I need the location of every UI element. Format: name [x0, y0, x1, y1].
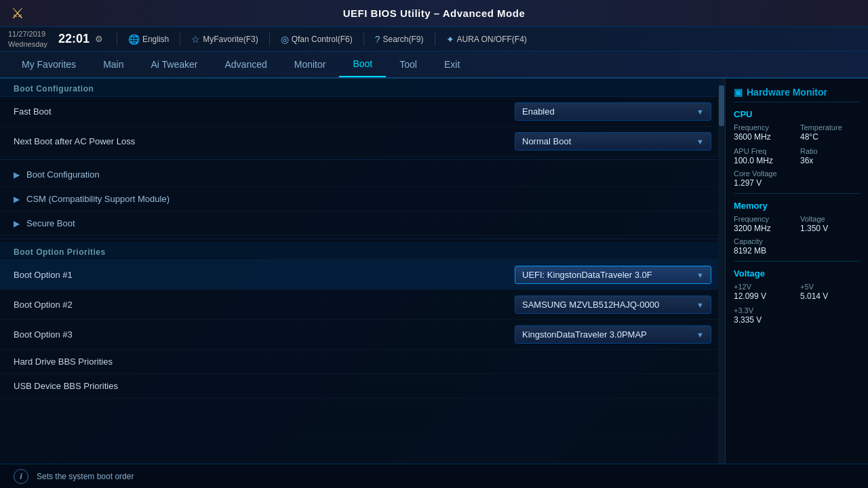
boot-option-2-arrow-icon: ▼ — [696, 301, 704, 309]
toolbar: 11/27/2019 Wednesday 22:01 ⚙ 🌐 English ☆… — [0, 27, 868, 52]
sidebar-item-monitor[interactable]: Monitor — [281, 52, 340, 77]
mem-voltage-value: 1.350 V — [800, 224, 860, 233]
sidebar-item-boot[interactable]: Boot — [339, 52, 386, 77]
toolbar-divider-1 — [117, 33, 117, 46]
mem-freq-item: Frequency 3200 MHz — [734, 215, 793, 233]
cpu-core-voltage-item: Core Voltage 1.297 V — [734, 169, 860, 188]
favorite-icon: ☆ — [191, 34, 200, 45]
search-label: Search(F9) — [382, 35, 423, 44]
v33-item: +3.3V 3.335 V — [734, 306, 793, 325]
expand-arrow-boot-config: ▶ — [14, 170, 20, 180]
cpu-grid: Frequency 3600 MHz Temperature 48°C APU … — [734, 123, 860, 167]
cpu-temp-label: Temperature — [800, 123, 860, 131]
nav-menu: My Favorites Main Ai Tweaker Advanced Mo… — [0, 52, 868, 79]
boot-option-1-dropdown[interactable]: UEFI: KingstonDataTraveler 3.0F ▼ — [515, 266, 711, 284]
v5-item: +5V 5.014 V — [800, 283, 860, 301]
boot-option-2-dropdown[interactable]: SAMSUNG MZVLB512HAJQ-0000 ▼ — [515, 296, 711, 314]
sidebar-item-ai-tweaker[interactable]: Ai Tweaker — [137, 52, 211, 77]
settings-gear-icon[interactable]: ⚙ — [95, 34, 103, 44]
boot-option-3-label: Boot Option #3 — [14, 329, 515, 340]
boot-option-3-dropdown[interactable]: KingstonDataTraveler 3.0PMAP ▼ — [515, 325, 711, 344]
cpu-temp-value: 48°C — [800, 132, 860, 142]
core-voltage-label: Core Voltage — [734, 169, 860, 178]
language-selector[interactable]: 🌐 English — [123, 33, 174, 46]
mem-freq-value: 3200 MHz — [734, 224, 793, 233]
logo-icon: ⚔ — [11, 5, 24, 22]
boot-priorities-header: Boot Option Priorities — [0, 242, 725, 260]
v12-value: 12.099 V — [734, 291, 793, 301]
v12-item: +12V 12.099 V — [734, 283, 793, 301]
sidebar-item-main[interactable]: Main — [90, 52, 137, 77]
memory-grid: Frequency 3200 MHz Voltage 1.350 V — [734, 215, 860, 235]
boot-option-2-value: SAMSUNG MZVLB512HAJQ-0000 — [522, 300, 659, 310]
hw-divider-2 — [734, 261, 860, 262]
scrollbar-track[interactable] — [718, 79, 725, 464]
boot-option-1-label: Boot Option #1 — [14, 270, 515, 280]
boot-option-3-arrow-icon: ▼ — [696, 331, 704, 339]
fast-boot-dropdown[interactable]: Enabled ▼ — [515, 102, 711, 121]
toolbar-divider-3 — [269, 33, 270, 46]
fast-boot-value: Enabled — [522, 106, 555, 117]
v33-value: 3.335 V — [734, 315, 793, 325]
sidebar-item-exit[interactable]: Exit — [431, 52, 473, 77]
qfan-control-button[interactable]: ◎ Qfan Control(F6) — [275, 33, 358, 46]
time-display: 22:01 — [58, 32, 90, 46]
info-bar: i Sets the system boot order — [0, 464, 868, 488]
apu-freq-value: 100.0 MHz — [734, 156, 793, 165]
monitor-icon: ▣ — [734, 87, 743, 98]
boot-option-3-value: KingstonDataTraveler 3.0PMAP — [522, 329, 647, 340]
qfan-label: Qfan Control(F6) — [292, 35, 353, 44]
expand-csm[interactable]: ▶ CSM (Compatibility Support Module) — [0, 187, 725, 211]
scrollbar-thumb[interactable] — [719, 85, 724, 126]
sidebar-item-advanced[interactable]: Advanced — [211, 52, 280, 77]
apu-freq-item: APU Freq 100.0 MHz — [734, 147, 793, 165]
voltage-section-title: Voltage — [734, 268, 860, 279]
sidebar-item-tool[interactable]: Tool — [386, 52, 431, 77]
my-favorite-button[interactable]: ☆ MyFavorite(F3) — [186, 33, 263, 46]
mem-capacity-value: 8192 MB — [734, 246, 860, 256]
boot-option-1-arrow-icon: ▼ — [696, 271, 704, 279]
boot-option-2-label: Boot Option #2 — [14, 300, 515, 310]
expand-label-secure-boot: Secure Boot — [26, 218, 75, 228]
fast-boot-row: Fast Boot Enabled ▼ — [0, 97, 725, 127]
v12-label: +12V — [734, 283, 793, 291]
content-panel: Boot Configuration Fast Boot Enabled ▼ N… — [0, 79, 726, 464]
mem-voltage-label: Voltage — [800, 215, 860, 223]
boot-config-section-header: Boot Configuration — [0, 79, 725, 97]
fan-icon: ◎ — [281, 34, 289, 45]
globe-icon: 🌐 — [128, 34, 140, 45]
aura-button[interactable]: ✦ AURA ON/OFF(F4) — [441, 33, 532, 46]
info-text: Sets the system boot order — [37, 472, 134, 481]
usb-bbs-row[interactable]: USB Device BBS Priorities — [0, 374, 725, 399]
date-display: 11/27/2019 Wednesday — [8, 29, 47, 49]
aura-star-icon: ✦ — [446, 34, 454, 45]
hdd-bbs-row[interactable]: Hard Drive BBS Priorities — [0, 350, 725, 374]
boot-option-3-row: Boot Option #3 KingstonDataTraveler 3.0P… — [0, 320, 725, 350]
cpu-ratio-item: Ratio 36x — [800, 147, 860, 165]
toolbar-divider-5 — [435, 33, 435, 46]
expand-arrow-csm: ▶ — [14, 195, 20, 204]
v5-label: +5V — [800, 283, 860, 291]
v33-label: +3.3V — [734, 306, 793, 314]
my-favorite-label: MyFavorite(F3) — [203, 35, 258, 44]
voltage-grid: +12V 12.099 V +5V 5.014 V +3.3V 3.335 V — [734, 283, 860, 326]
expand-secure-boot[interactable]: ▶ Secure Boot — [0, 211, 725, 236]
toolbar-divider-2 — [180, 33, 180, 46]
cpu-section-title: CPU — [734, 109, 860, 119]
hardware-monitor-panel: ▣ Hardware Monitor CPU Frequency 3600 MH… — [726, 79, 868, 464]
mem-capacity-item: Capacity 8192 MB — [734, 237, 860, 256]
expand-label-boot-config: Boot Configuration — [26, 169, 100, 180]
title-bar: ⚔ UEFI BIOS Utility – Advanced Mode — [0, 0, 868, 27]
expand-boot-config[interactable]: ▶ Boot Configuration — [0, 163, 725, 187]
logo-area: ⚔ — [11, 5, 24, 22]
cpu-ratio-label: Ratio — [800, 147, 860, 155]
aura-label: AURA ON/OFF(F4) — [457, 35, 527, 44]
next-boot-dropdown[interactable]: Normal Boot ▼ — [515, 132, 711, 150]
next-boot-label: Next Boot after AC Power Loss — [14, 136, 515, 146]
mem-voltage-item: Voltage 1.350 V — [800, 215, 860, 233]
next-boot-arrow-icon: ▼ — [696, 138, 704, 146]
hdd-bbs-label: Hard Drive BBS Priorities — [14, 357, 711, 367]
mem-freq-label: Frequency — [734, 215, 793, 223]
sidebar-item-favorites[interactable]: My Favorites — [8, 52, 90, 77]
search-button[interactable]: ? Search(F9) — [370, 33, 429, 46]
